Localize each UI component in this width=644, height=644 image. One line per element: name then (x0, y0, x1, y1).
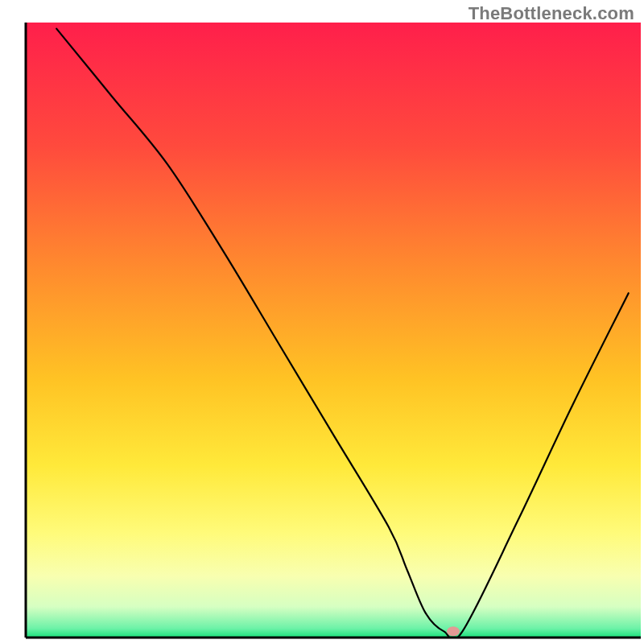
bottleneck-chart (0, 0, 644, 644)
gradient-background (26, 23, 641, 638)
chart-frame: TheBottleneck.com (0, 0, 644, 644)
watermark-text: TheBottleneck.com (469, 3, 634, 24)
optimal-marker (447, 626, 460, 636)
